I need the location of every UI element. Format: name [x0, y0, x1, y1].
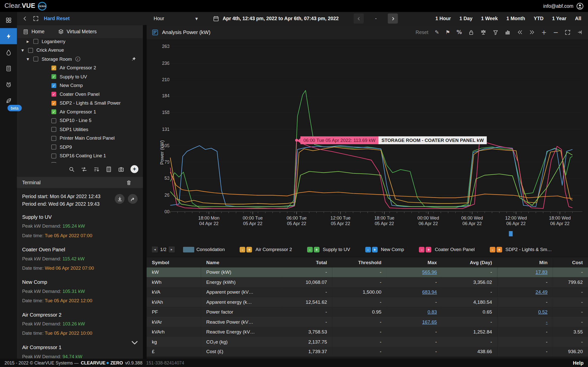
flag-icon[interactable]: ⚑: [445, 29, 450, 35]
legend-minus-button[interactable]: -: [307, 247, 313, 252]
tree-item[interactable]: ✓Air Compressor 1: [17, 107, 143, 116]
legend-minus-button[interactable]: -: [365, 247, 371, 252]
histogram-icon[interactable]: [504, 29, 510, 35]
expand-terminal-icon[interactable]: [131, 340, 139, 345]
tree-item[interactable]: ▼Storage Roomi: [17, 55, 143, 64]
hard-reset-button[interactable]: Hard Reset: [44, 16, 70, 21]
account-avatar-icon[interactable]: [576, 3, 583, 10]
sort-icon[interactable]: [93, 166, 99, 172]
meter-checkbox[interactable]: ✓: [51, 66, 56, 70]
expand-view-icon[interactable]: [33, 16, 39, 21]
info-icon[interactable]: i: [75, 57, 80, 62]
nav-dashboard-icon[interactable]: [0, 12, 17, 28]
table-row[interactable]: £Cost (£)1,739.37--438.66-936.20: [147, 347, 588, 356]
zoom-in-icon[interactable]: +: [541, 28, 547, 36]
value-link[interactable]: 24.49: [536, 289, 548, 295]
value-link[interactable]: 17.83: [536, 269, 548, 275]
table-row[interactable]: kVAhApparent energy (k…12,541.62--4,180.…: [147, 297, 588, 307]
percent-icon[interactable]: %: [457, 29, 462, 35]
table-row[interactable]: kVAApparent power (kV…-1,500.00683.94-24…: [147, 287, 588, 297]
legend-item[interactable]: -+Coater Oven Panel: [419, 247, 475, 252]
tree-item[interactable]: ▶Loganberry: [17, 37, 143, 46]
value-link[interactable]: 683.94: [422, 289, 437, 295]
tree-item[interactable]: ✓Air Compressor 2: [17, 64, 143, 72]
meter-checkbox[interactable]: [51, 145, 56, 149]
snapshot-icon[interactable]: [118, 166, 124, 172]
legend-minus-button[interactable]: -: [419, 247, 425, 252]
collapse-icon[interactable]: ▼: [21, 48, 28, 52]
tree-item[interactable]: ✓Supply to UV: [17, 72, 143, 81]
range-all[interactable]: All: [575, 16, 581, 21]
nav-power-icon[interactable]: [0, 28, 17, 44]
meter-checkbox[interactable]: [28, 48, 33, 53]
add-meter-button[interactable]: +: [130, 165, 138, 173]
tree-item[interactable]: ▼Crick Avenue: [17, 46, 143, 55]
meter-checkbox[interactable]: ✓: [51, 92, 56, 97]
fullscreen-icon[interactable]: [565, 29, 570, 35]
rewind-icon[interactable]: [517, 29, 523, 35]
legend-minus-button[interactable]: -: [490, 247, 495, 252]
lock-icon[interactable]: [468, 29, 474, 35]
legend-plus-button[interactable]: +: [247, 247, 252, 252]
meter-checkbox[interactable]: ✓: [51, 83, 56, 88]
meter-checkbox[interactable]: [33, 39, 38, 44]
legend-prev-icon[interactable]: ◂: [152, 247, 158, 253]
column-header-min[interactable]: Min: [497, 257, 553, 267]
column-header-cost[interactable]: Cost: [553, 257, 588, 267]
column-header-total[interactable]: Total: [282, 257, 332, 267]
tree-item[interactable]: ✓Coater Oven Panel: [17, 90, 143, 99]
tree-item[interactable]: SDP16 Coating Line 1: [17, 151, 143, 160]
nav-alarm-icon[interactable]: [0, 76, 17, 93]
prev-period-button[interactable]: [354, 13, 364, 23]
meter-checkbox[interactable]: [33, 57, 38, 62]
download-button[interactable]: [115, 194, 125, 204]
meter-checkbox[interactable]: [51, 118, 56, 123]
expand-icon[interactable]: ▶: [27, 40, 34, 43]
tree-item[interactable]: ✓SDP2 - Lights & Small Power: [17, 99, 143, 108]
scale-icon[interactable]: [480, 29, 486, 35]
range-1-year[interactable]: 1 Year: [552, 16, 567, 21]
calculator-icon[interactable]: [106, 166, 112, 172]
legend-item[interactable]: -+New Comp: [365, 247, 404, 252]
tree-item[interactable]: SDP1 Utilities: [17, 125, 143, 134]
fast-forward-icon[interactable]: [529, 29, 535, 35]
chart-plot-area[interactable]: Power (kW) 00265379105131158184210236263…: [147, 39, 588, 241]
zoom-out-icon[interactable]: −: [553, 28, 558, 36]
date-range-text[interactable]: Apr 4th, 12:43 pm, 2022 to Apr 6th, 07:4…: [223, 16, 339, 21]
value-link[interactable]: 565.96: [422, 269, 437, 275]
table-row[interactable]: kWhEnergy (kWh)10,068.07--3,356.02-799.6…: [147, 277, 588, 287]
range-1-hour[interactable]: 1 Hour: [435, 16, 451, 21]
search-icon[interactable]: [69, 166, 75, 172]
back-icon[interactable]: [22, 16, 28, 21]
tree-item[interactable]: Printer Main Control Panel: [17, 134, 143, 143]
legend-item[interactable]: -+SDP2 - Lights & Sm…: [490, 247, 552, 252]
calendar-icon[interactable]: [213, 16, 219, 22]
tree-item[interactable]: SDP13, 25 & 5: [17, 160, 143, 163]
value-link[interactable]: 0.52: [538, 309, 548, 315]
meter-checkbox[interactable]: ✓: [51, 74, 56, 79]
value-link[interactable]: -: [546, 319, 547, 325]
legend-plus-button[interactable]: +: [426, 247, 431, 252]
swap-icon[interactable]: [81, 166, 87, 172]
legend-minus-button[interactable]: -: [240, 247, 245, 252]
next-period-button[interactable]: [388, 13, 398, 23]
share-button[interactable]: [128, 194, 138, 204]
help-link[interactable]: Help: [573, 360, 583, 366]
nav-water-icon[interactable]: [0, 44, 17, 60]
table-row[interactable]: PFPower factor-0.950.830.650.52-: [147, 307, 588, 317]
tree-item[interactable]: ✓New Comp: [17, 81, 143, 90]
range-1-month[interactable]: 1 Month: [506, 16, 525, 21]
interval-dropdown[interactable]: Hour ▼: [154, 16, 198, 21]
edit-icon[interactable]: ✎: [435, 29, 439, 35]
timeline-marker[interactable]: [509, 231, 513, 236]
meter-checkbox[interactable]: [51, 127, 56, 132]
table-row[interactable]: kgCO₂e (kg)2,137.75-----: [147, 337, 588, 347]
column-header-avg-day-[interactable]: Avg (Day): [442, 257, 497, 267]
collapse-icon[interactable]: ▼: [27, 57, 34, 61]
tree-item[interactable]: SDP9: [17, 143, 143, 151]
value-link[interactable]: 167.65: [422, 319, 437, 325]
meter-checkbox[interactable]: [51, 136, 56, 141]
legend-plus-button[interactable]: +: [372, 247, 378, 252]
column-header-threshold[interactable]: Threshold: [332, 257, 387, 267]
legend-plus-button[interactable]: +: [314, 247, 319, 252]
